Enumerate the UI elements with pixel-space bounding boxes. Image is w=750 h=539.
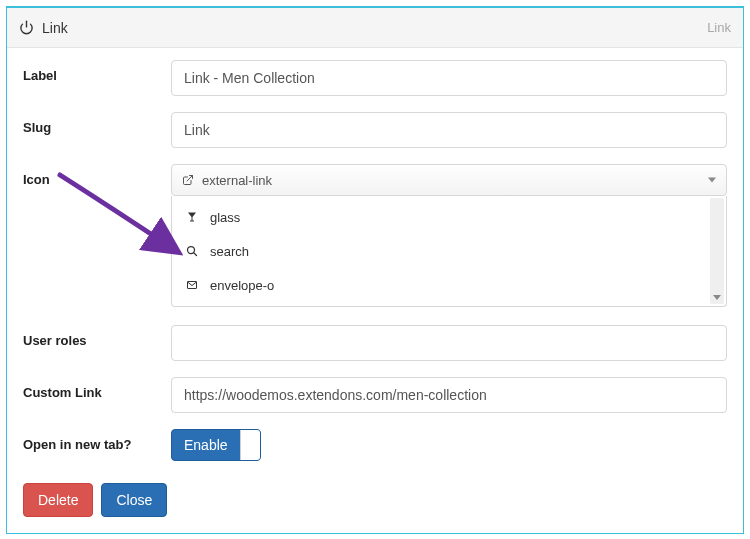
label-custom-link: Custom Link (23, 377, 171, 400)
glass-icon (184, 211, 200, 223)
slug-input[interactable] (171, 112, 727, 148)
icon-option-envelope[interactable]: envelope-o (172, 268, 726, 302)
user-roles-input[interactable] (171, 325, 727, 361)
button-row: Delete Close (23, 483, 727, 517)
search-icon (184, 245, 200, 257)
close-button[interactable]: Close (101, 483, 167, 517)
panel-title: Link (42, 20, 68, 36)
external-link-icon (182, 174, 194, 186)
power-icon (19, 20, 34, 35)
label-icon: Icon (23, 164, 171, 187)
row-label: Label (23, 60, 727, 96)
icon-option-label: envelope-o (210, 278, 274, 293)
row-icon: Icon external-link glass (23, 164, 727, 307)
row-user-roles: User roles (23, 325, 727, 361)
label-input[interactable] (171, 60, 727, 96)
row-open-new-tab: Open in new tab? Enable (23, 429, 727, 461)
open-new-tab-toggle[interactable]: Enable (171, 429, 261, 461)
svg-line-0 (187, 176, 193, 182)
label-label: Label (23, 60, 171, 83)
toggle-label: Enable (172, 437, 240, 453)
icon-option-label: glass (210, 210, 240, 225)
icon-option-glass[interactable]: glass (172, 200, 726, 234)
icon-dropdown: glass search envelope-o (171, 196, 727, 307)
label-slug: Slug (23, 112, 171, 135)
panel-header: Link Link (7, 8, 743, 48)
link-edit-panel: Link Link Label Slug Icon (6, 6, 744, 534)
scrollbar-chevron-down-icon[interactable] (713, 295, 721, 300)
row-slug: Slug (23, 112, 727, 148)
label-user-roles: User roles (23, 325, 171, 348)
label-open-new-tab: Open in new tab? (23, 429, 171, 454)
panel-body: Label Slug Icon external-link (7, 48, 743, 533)
custom-link-input[interactable] (171, 377, 727, 413)
svg-line-2 (194, 253, 197, 256)
row-custom-link: Custom Link (23, 377, 727, 413)
header-link-text[interactable]: Link (707, 20, 731, 35)
icon-select-value: external-link (202, 173, 272, 188)
icon-option-search[interactable]: search (172, 234, 726, 268)
envelope-icon (184, 279, 200, 291)
icon-option-label: search (210, 244, 249, 259)
delete-button[interactable]: Delete (23, 483, 93, 517)
icon-select[interactable]: external-link (171, 164, 727, 196)
toggle-handle (240, 430, 260, 460)
chevron-down-icon (708, 178, 716, 183)
